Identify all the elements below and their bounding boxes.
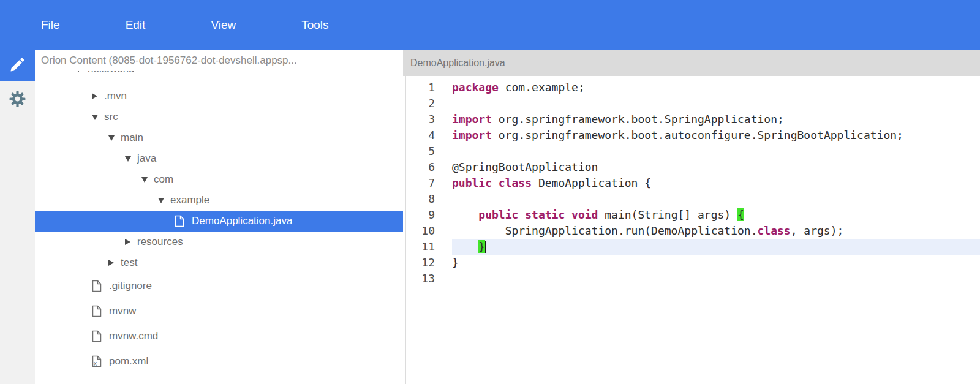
collapse-arrow-icon[interactable] bbox=[125, 239, 136, 245]
code-line-3[interactable]: 3import org.springframework.boot.SpringA… bbox=[403, 111, 980, 127]
line-number: 13 bbox=[403, 271, 435, 287]
text-cursor bbox=[485, 241, 486, 253]
tree-item-label: mvnw bbox=[109, 305, 136, 317]
line-number: 7 bbox=[403, 175, 435, 191]
menu-file[interactable]: File bbox=[41, 18, 60, 32]
tree-item-main[interactable]: main bbox=[35, 127, 403, 148]
line-number: 6 bbox=[403, 159, 435, 175]
svg-text:x: x bbox=[94, 360, 97, 367]
file-tree-panel: Orion Content (8085-dot-1956762-dot-devs… bbox=[35, 50, 403, 384]
tab-demoapplication-java[interactable]: DemoApplication.java bbox=[410, 58, 505, 69]
tree-item-label: helloworld bbox=[88, 71, 135, 75]
pencil-icon bbox=[9, 56, 26, 75]
expand-arrow-icon[interactable] bbox=[158, 198, 169, 203]
tree-item-pom-xml[interactable]: xpom.xml bbox=[35, 348, 403, 374]
gear-icon bbox=[8, 89, 27, 111]
code-line-11[interactable]: 11 } bbox=[403, 239, 980, 255]
code-line-content: SpringApplication.run(DemoApplication.cl… bbox=[452, 223, 980, 239]
xml-file-icon: x bbox=[92, 355, 103, 367]
tree-item-mvnw-cmd[interactable]: mvnw.cmd bbox=[35, 323, 403, 348]
collapse-arrow-icon[interactable] bbox=[108, 260, 119, 266]
left-icon-rail bbox=[0, 50, 35, 384]
editor-view-button[interactable] bbox=[0, 50, 35, 81]
tree-item-label: src bbox=[104, 111, 118, 123]
tree-item-label: main bbox=[121, 132, 143, 144]
tree-item--gitignore[interactable]: .gitignore bbox=[35, 273, 403, 298]
expand-arrow-icon[interactable] bbox=[141, 177, 153, 183]
tree-item-com[interactable]: com bbox=[35, 169, 403, 190]
code-line-12[interactable]: 12} bbox=[403, 255, 980, 271]
code-line-9[interactable]: 9 public static void main(String[] args)… bbox=[403, 207, 980, 223]
line-number: 2 bbox=[403, 96, 435, 111]
file-icon bbox=[92, 280, 103, 292]
tree-item-resources[interactable]: resources bbox=[35, 232, 403, 252]
code-line-content: import org.springframework.boot.SpringAp… bbox=[452, 111, 980, 127]
file-icon bbox=[175, 215, 186, 227]
tree-item-demoapplication-java[interactable]: DemoApplication.java bbox=[35, 211, 403, 232]
code-line-1[interactable]: 1package com.example; bbox=[403, 80, 980, 96]
line-number: 12 bbox=[403, 255, 435, 271]
matched-bracket-highlight: } bbox=[478, 240, 485, 253]
tree-item-label: mvnw.cmd bbox=[109, 330, 158, 342]
tree-item--mvn[interactable]: .mvn bbox=[35, 86, 403, 107]
code-line-10[interactable]: 10 SpringApplication.run(DemoApplication… bbox=[403, 223, 980, 239]
code-line-content bbox=[452, 96, 980, 111]
tree-item-label: DemoApplication.java bbox=[192, 215, 292, 227]
tree-item-label: java bbox=[137, 152, 156, 165]
file-icon bbox=[92, 330, 103, 342]
tree-item-java[interactable]: java bbox=[35, 148, 403, 169]
code-line-content bbox=[452, 191, 980, 207]
line-number: 9 bbox=[403, 207, 435, 223]
expand-arrow-icon[interactable] bbox=[75, 71, 86, 72]
line-number: 4 bbox=[403, 127, 435, 143]
editor-panel: DemoApplication.java 1package com.exampl… bbox=[403, 50, 980, 384]
settings-button[interactable] bbox=[0, 81, 35, 118]
line-number: 11 bbox=[403, 239, 435, 255]
tree-item-label: resources bbox=[137, 236, 183, 248]
code-line-5[interactable]: 5 bbox=[403, 143, 980, 159]
code-line-2[interactable]: 2 bbox=[403, 96, 980, 111]
tree-item-label: pom.xml bbox=[109, 355, 148, 367]
matched-bracket-highlight: { bbox=[737, 208, 744, 221]
code-line-content: public class DemoApplication { bbox=[452, 175, 980, 191]
code-line-6[interactable]: 6@SpringBootApplication bbox=[403, 159, 980, 175]
line-number: 8 bbox=[403, 191, 435, 207]
tree-row-clipped-helloworld[interactable]: helloworld bbox=[35, 71, 403, 79]
tree-root-title: Orion Content (8085-dot-1956762-dot-devs… bbox=[35, 50, 403, 71]
editor-tab-bar: DemoApplication.java bbox=[403, 50, 980, 76]
tree-item-label: .mvn bbox=[104, 90, 127, 102]
tree-item-test[interactable]: test bbox=[35, 252, 403, 273]
code-line-content: } bbox=[452, 255, 980, 271]
code-line-8[interactable]: 8 bbox=[403, 191, 980, 207]
code-line-content: @SpringBootApplication bbox=[452, 159, 980, 175]
file-icon bbox=[92, 305, 103, 317]
code-line-7[interactable]: 7public class DemoApplication { bbox=[403, 175, 980, 191]
top-menu-bar: File Edit View Tools bbox=[0, 0, 980, 50]
line-number: 1 bbox=[403, 80, 435, 96]
line-number: 10 bbox=[403, 223, 435, 239]
code-line-content bbox=[452, 271, 980, 287]
tree-item-label: com bbox=[154, 173, 173, 186]
tree-item-label: test bbox=[121, 257, 137, 269]
tree-item-mvnw[interactable]: mvnw bbox=[35, 298, 403, 323]
expand-arrow-icon[interactable] bbox=[108, 135, 119, 141]
menu-view[interactable]: View bbox=[211, 18, 236, 32]
code-line-4[interactable]: 4import org.springframework.boot.autocon… bbox=[403, 127, 980, 143]
code-editor[interactable]: 1package com.example;23import org.spring… bbox=[403, 76, 980, 384]
menu-edit[interactable]: Edit bbox=[126, 18, 146, 32]
code-line-content bbox=[452, 143, 980, 159]
tree-item-src[interactable]: src bbox=[35, 107, 403, 127]
code-line-content: } bbox=[452, 239, 980, 255]
main-area: Orion Content (8085-dot-1956762-dot-devs… bbox=[0, 50, 980, 384]
expand-arrow-icon[interactable] bbox=[92, 115, 103, 120]
code-line-content: import org.springframework.boot.autoconf… bbox=[452, 127, 980, 143]
line-number: 5 bbox=[403, 143, 435, 159]
menu-tools[interactable]: Tools bbox=[301, 18, 328, 32]
collapse-arrow-icon[interactable] bbox=[92, 93, 103, 99]
expand-arrow-icon[interactable] bbox=[125, 156, 136, 162]
code-line-content: public static void main(String[] args) { bbox=[452, 207, 980, 223]
code-line-content: package com.example; bbox=[452, 80, 980, 96]
line-number: 3 bbox=[403, 111, 435, 127]
code-line-13[interactable]: 13 bbox=[403, 271, 980, 287]
tree-item-example[interactable]: example bbox=[35, 190, 403, 211]
